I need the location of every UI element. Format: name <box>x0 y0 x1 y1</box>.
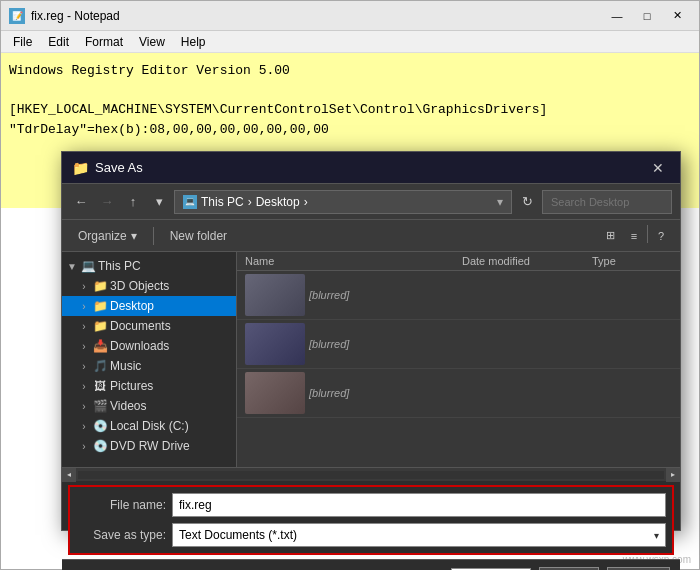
col-type: Type <box>592 255 672 267</box>
file-thumb-2 <box>245 323 305 365</box>
downloads-label: Downloads <box>110 339 169 353</box>
thispc-label: This PC <box>98 259 141 273</box>
music-label: Music <box>110 359 141 373</box>
maximize-button[interactable]: □ <box>633 6 661 26</box>
nav-tree: ▼ 💻 This PC › 📁 3D Objects › 📁 Desktop ›… <box>62 252 237 467</box>
col-name: Name <box>245 255 462 267</box>
videos-icon: 🎬 <box>92 399 108 413</box>
organize-arrow: ▾ <box>131 229 137 243</box>
menu-edit[interactable]: Edit <box>40 33 77 51</box>
address-pc-icon: 💻 <box>183 195 197 209</box>
file-item-1[interactable]: [blurred] <box>237 271 680 320</box>
organize-label: Organize <box>78 229 127 243</box>
address-path-mid: Desktop <box>256 195 300 209</box>
new-folder-button[interactable]: New folder <box>162 226 235 246</box>
dialog-title-text: Save As <box>95 160 143 175</box>
file-name-1: [blurred] <box>309 289 462 301</box>
menu-format[interactable]: Format <box>77 33 131 51</box>
notepad-titlebar: 📝 fix.reg - Notepad — □ ✕ <box>1 1 699 31</box>
savetype-arrow: ▾ <box>654 530 659 541</box>
menu-view[interactable]: View <box>131 33 173 51</box>
scroll-track[interactable] <box>78 471 664 479</box>
notepad-window: 📝 fix.reg - Notepad — □ ✕ File Edit Form… <box>0 0 700 570</box>
view-list-button[interactable]: ≡ <box>623 225 645 247</box>
dialog-title-area: 📁 Save As <box>72 160 143 176</box>
address-sep2: › <box>304 195 308 209</box>
thispc-icon: 💻 <box>80 259 96 273</box>
file-name-3: [blurred] <box>309 387 462 399</box>
dialog-main: ▼ 💻 This PC › 📁 3D Objects › 📁 Desktop ›… <box>62 252 680 467</box>
help-icon-button[interactable]: ? <box>650 225 672 247</box>
nav-item-dvd[interactable]: › 💿 DVD RW Drive <box>62 436 236 456</box>
localdisk-label: Local Disk (C:) <box>110 419 189 433</box>
dvd-label: DVD RW Drive <box>110 439 190 453</box>
address-sep1: › <box>248 195 252 209</box>
file-item-3[interactable]: [blurred] <box>237 369 680 418</box>
file-info-3: [blurred] <box>309 387 462 399</box>
savetype-value: Text Documents (*.txt) <box>179 528 297 542</box>
search-input[interactable] <box>542 190 672 214</box>
nav-item-3dobjects[interactable]: › 📁 3D Objects <box>62 276 236 296</box>
dialog-folder-icon: 📁 <box>72 160 89 176</box>
save-button[interactable]: Save <box>539 567 599 571</box>
dialog-toolbar: Organize ▾ New folder ⊞ ≡ ? <box>62 220 680 252</box>
expand-localdisk: › <box>78 421 90 432</box>
file-name-2: [blurred] <box>309 338 462 350</box>
file-item-2[interactable]: [blurred] <box>237 320 680 369</box>
expand-thispc: ▼ <box>66 261 78 272</box>
view-buttons: ⊞ ≡ ? <box>599 225 672 247</box>
savetype-dropdown[interactable]: Text Documents (*.txt) ▾ <box>172 523 666 547</box>
content-line3: [HKEY_LOCAL_MACHINE\SYSTEM\CurrentContro… <box>9 100 691 120</box>
nav-item-desktop[interactable]: › 📁 Desktop <box>62 296 236 316</box>
address-path[interactable]: 💻 This PC › Desktop › ▾ <box>174 190 512 214</box>
expand-videos: › <box>78 401 90 412</box>
music-icon: 🎵 <box>92 359 108 373</box>
content-line2 <box>9 81 691 101</box>
minimize-button[interactable]: — <box>603 6 631 26</box>
scroll-right-button[interactable]: ▸ <box>666 468 680 482</box>
documents-label: Documents <box>110 319 171 333</box>
documents-icon: 📁 <box>92 319 108 333</box>
downloads-icon: 📥 <box>92 339 108 353</box>
dialog-titlebar: 📁 Save As ✕ <box>62 152 680 184</box>
menu-help[interactable]: Help <box>173 33 214 51</box>
horizontal-scrollbar[interactable]: ◂ ▸ <box>62 467 680 481</box>
forward-button[interactable]: → <box>96 191 118 213</box>
notepad-menubar: File Edit Format View Help <box>1 31 699 53</box>
file-list-header: Name Date modified Type <box>237 252 680 271</box>
expand-documents: › <box>78 321 90 332</box>
filename-input[interactable] <box>172 493 666 517</box>
view-icon-button[interactable]: ⊞ <box>599 225 621 247</box>
address-path-prefix: This PC <box>201 195 244 209</box>
address-dropdown-arrow: ▾ <box>497 195 503 209</box>
nav-item-localdisk[interactable]: › 💿 Local Disk (C:) <box>62 416 236 436</box>
notepad-title: 📝 fix.reg - Notepad <box>9 8 120 24</box>
scroll-left-button[interactable]: ◂ <box>62 468 76 482</box>
file-thumb-1 <box>245 274 305 316</box>
dialog-addressbar: ← → ↑ ▾ 💻 This PC › Desktop › ▾ ↻ <box>62 184 680 220</box>
nav-item-thispc[interactable]: ▼ 💻 This PC <box>62 256 236 276</box>
save-as-dialog: 📁 Save As ✕ ← → ↑ ▾ 💻 This PC › Desktop … <box>61 151 681 531</box>
nav-item-videos[interactable]: › 🎬 Videos <box>62 396 236 416</box>
expand-music: › <box>78 361 90 372</box>
nav-item-documents[interactable]: › 📁 Documents <box>62 316 236 336</box>
dvd-icon: 💿 <box>92 439 108 453</box>
refresh-button[interactable]: ↻ <box>516 191 538 213</box>
organize-button[interactable]: Organize ▾ <box>70 226 145 246</box>
cancel-button[interactable]: Cancel <box>607 567 670 571</box>
recent-button[interactable]: ▾ <box>148 191 170 213</box>
notepad-title-text: fix.reg - Notepad <box>31 9 120 23</box>
file-thumb-3 <box>245 372 305 414</box>
3dobjects-label: 3D Objects <box>110 279 169 293</box>
pictures-label: Pictures <box>110 379 153 393</box>
up-button[interactable]: ↑ <box>122 191 144 213</box>
file-info-1: [blurred] <box>309 289 462 301</box>
savetype-label: Save as type: <box>76 528 166 542</box>
menu-file[interactable]: File <box>5 33 40 51</box>
back-button[interactable]: ← <box>70 191 92 213</box>
close-button[interactable]: ✕ <box>663 6 691 26</box>
dialog-close-button[interactable]: ✕ <box>646 156 670 180</box>
nav-item-pictures[interactable]: › 🖼 Pictures <box>62 376 236 396</box>
nav-item-downloads[interactable]: › 📥 Downloads <box>62 336 236 356</box>
nav-item-music[interactable]: › 🎵 Music <box>62 356 236 376</box>
